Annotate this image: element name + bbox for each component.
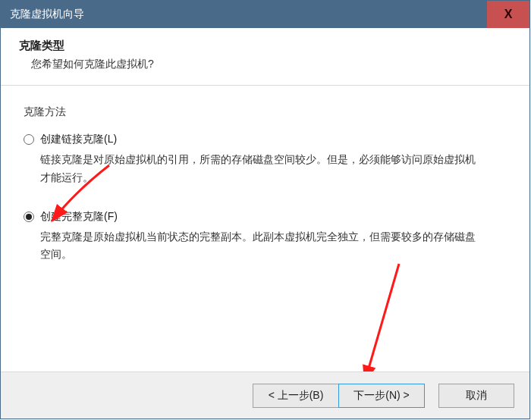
radio-full-desc: 完整克隆是原始虚拟机当前状态的完整副本。此副本虚拟机完全独立，但需要较多的存储磁… xyxy=(40,228,480,265)
radio-linked-clone[interactable]: 创建链接克隆(L) xyxy=(24,133,507,146)
clone-wizard-dialog: 克隆虚拟机向导 X 克隆类型 您希望如何克隆此虚拟机? 克隆方法 创建链接克隆(… xyxy=(0,0,530,419)
arrow-annotation-icon xyxy=(350,260,403,389)
radio-full-clone[interactable]: 创建完整克隆(F) xyxy=(24,210,507,224)
radio-linked-desc: 链接克隆是对原始虚拟机的引用，所需的存储磁盘空间较少。但是，必须能够访问原始虚拟… xyxy=(40,151,480,187)
next-button[interactable]: 下一步(N) > xyxy=(338,384,425,408)
button-label: 下一步(N) > xyxy=(353,389,410,403)
dialog-header: 克隆类型 您希望如何克隆此虚拟机? xyxy=(1,28,529,86)
button-label: 取消 xyxy=(466,389,487,403)
close-icon: X xyxy=(504,8,513,21)
button-label: < 上一步(B) xyxy=(269,389,324,403)
dialog-content: 克隆方法 创建链接克隆(L) 链接克隆是对原始虚拟机的引用，所需的存储磁盘空间较… xyxy=(1,86,529,374)
close-button[interactable]: X xyxy=(487,1,529,28)
radio-label: 创建链接克隆(L) xyxy=(40,133,117,146)
radio-icon xyxy=(24,212,34,222)
radio-icon xyxy=(24,134,34,145)
titlebar: 克隆虚拟机向导 X xyxy=(1,1,529,28)
header-title: 克隆类型 xyxy=(19,39,511,53)
cancel-button[interactable]: 取消 xyxy=(438,384,514,408)
dialog-footer: < 上一步(B) 下一步(N) > 取消 xyxy=(1,371,529,418)
titlebar-title: 克隆虚拟机向导 xyxy=(10,8,84,21)
back-button[interactable]: < 上一步(B) xyxy=(253,384,339,408)
header-subtitle: 您希望如何克隆此虚拟机? xyxy=(31,58,511,71)
group-label: 克隆方法 xyxy=(24,105,507,119)
radio-label: 创建完整克隆(F) xyxy=(40,210,118,224)
